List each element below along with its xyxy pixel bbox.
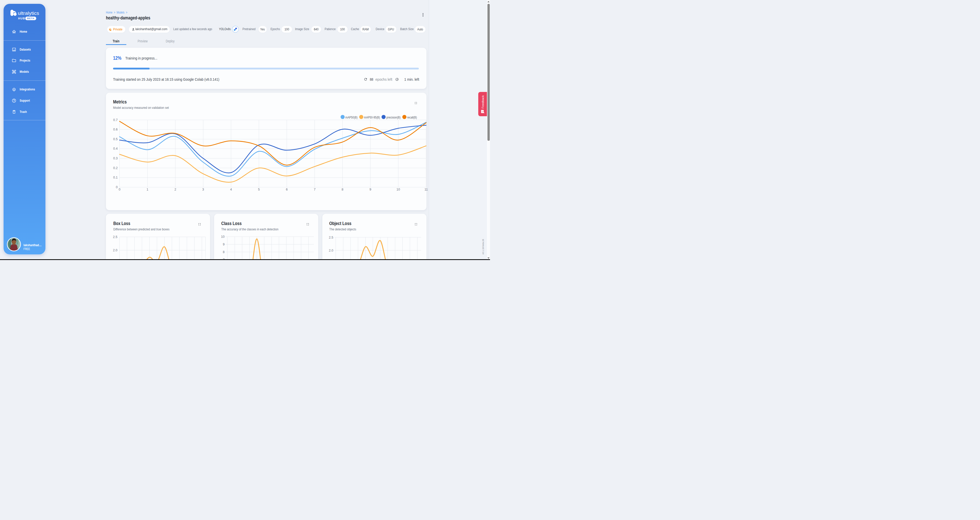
svg-text:11: 11 — [425, 188, 428, 191]
svg-text:2.0: 2.0 — [329, 249, 333, 252]
svg-text:0.1: 0.1 — [113, 176, 118, 179]
svg-text:9: 9 — [369, 188, 371, 191]
svg-text:0.2: 0.2 — [113, 166, 118, 170]
svg-text:7: 7 — [313, 188, 315, 191]
svg-text:1: 1 — [146, 188, 148, 191]
svg-text:0: 0 — [119, 188, 121, 191]
svg-text:2.5: 2.5 — [329, 236, 333, 239]
svg-text:8: 8 — [223, 250, 224, 254]
svg-text:0.4: 0.4 — [113, 147, 118, 150]
svg-text:2.0: 2.0 — [113, 249, 118, 252]
svg-text:0.3: 0.3 — [113, 156, 118, 160]
svg-text:4: 4 — [230, 188, 232, 191]
svg-text:5: 5 — [258, 188, 260, 191]
svg-text:9: 9 — [223, 242, 224, 246]
svg-text:2.5: 2.5 — [113, 235, 118, 239]
svg-text:0.7: 0.7 — [113, 118, 118, 122]
svg-text:3: 3 — [202, 188, 204, 191]
svg-text:8: 8 — [342, 188, 344, 191]
svg-text:10: 10 — [221, 235, 224, 239]
svg-text:6: 6 — [286, 188, 288, 191]
svg-text:10: 10 — [396, 188, 400, 191]
svg-text:2: 2 — [174, 188, 176, 191]
svg-text:0.6: 0.6 — [113, 128, 118, 131]
svg-text:0.5: 0.5 — [113, 137, 118, 141]
svg-text:0: 0 — [116, 185, 118, 189]
